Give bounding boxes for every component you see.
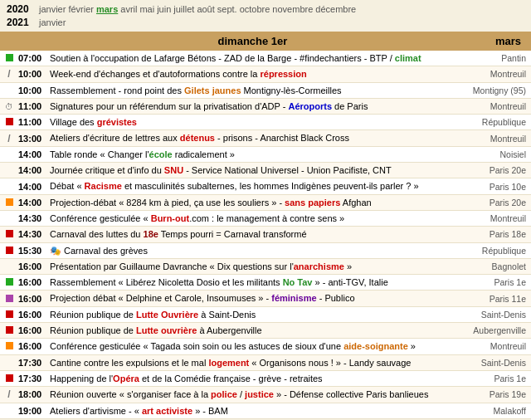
event-indicator [0, 258, 15, 274]
table-row: 14:00Projection-débat « 8284 km à pied, … [0, 194, 531, 210]
event-indicator: / [0, 387, 15, 403]
event-text: Carnaval des luttes du 18e Temps pourri … [46, 227, 440, 242]
event-place: Paris 1e [440, 370, 531, 386]
event-place: Paris 18e [440, 227, 531, 242]
table-row: 17:30Happening de l'Opéra et de la Coméd… [0, 370, 531, 386]
event-text: Rassemblement « Libérez Nicoletta Dosio … [46, 275, 440, 291]
event-text: Table ronde « Changer l'école radicaleme… [46, 146, 440, 162]
event-text: Présentation par Guillaume Davranche « D… [46, 258, 440, 274]
event-place: Montreuil [440, 339, 531, 354]
event-time: 10:00 [15, 66, 46, 82]
table-row: 16:00Présentation par Guillaume Davranch… [0, 258, 531, 274]
year-2021-label: 2021 [7, 17, 36, 28]
event-text: Projection débat « Delphine et Carole, I… [46, 291, 440, 306]
table-row: 14:00Journée critique et d'info du SNU -… [0, 163, 531, 178]
table-row: /10:00Week-end d'échanges et d'autoforma… [0, 66, 531, 82]
event-indicator [0, 178, 15, 194]
event-text: Projection-débat « 8284 km à pied, ça us… [46, 194, 440, 210]
event-time: 19:00 [15, 403, 46, 418]
event-time: 14:00 [15, 163, 46, 178]
event-place: Montreuil [440, 66, 531, 82]
event-indicator [0, 370, 15, 386]
table-row: 14:30Conférence gesticulée « Burn-out.co… [0, 210, 531, 226]
event-indicator [0, 227, 15, 242]
month-janvier[interactable]: janvier [39, 17, 66, 27]
table-row: 16:00Réunion publique de Lutte ouvrière … [0, 323, 531, 339]
event-text: Conférence gesticulée « Burn-out.com : l… [46, 210, 440, 226]
table-row: 17:30Cantine contre les expulsions et le… [0, 354, 531, 370]
month-décembre[interactable]: décembre [315, 4, 356, 14]
event-text: Rassemblement - rond point des Gilets ja… [46, 82, 440, 98]
event-indicator [0, 146, 15, 162]
month-janvier[interactable]: janvier [39, 4, 66, 14]
month-mars[interactable]: mars [96, 4, 118, 14]
event-time: 14:00 [15, 146, 46, 162]
month-juillet[interactable]: juillet [173, 4, 194, 14]
event-place: Montigny (95) [440, 82, 531, 98]
header-bar: dimanche 1er mars [0, 32, 531, 51]
table-row: 19:00Ateliers d'artivisme - « art activi… [0, 403, 531, 418]
event-time: 16:00 [15, 339, 46, 354]
month-mai[interactable]: mai [139, 4, 154, 14]
event-time: 16:00 [15, 258, 46, 274]
month-août[interactable]: août [197, 4, 214, 14]
header-month: mars [495, 35, 521, 47]
event-indicator [0, 194, 15, 210]
table-row: 14:30Carnaval des luttes du 18e Temps po… [0, 227, 531, 242]
event-indicator: / [0, 66, 15, 82]
event-time: 16:00 [15, 291, 46, 306]
event-place: Paris 19e [440, 387, 531, 403]
event-time: 16:00 [15, 275, 46, 291]
event-text: Village des grévistes [46, 115, 440, 130]
header-day: dimanche 1er [10, 35, 495, 47]
table-row: 14:00Table ronde « Changer l'école radic… [0, 146, 531, 162]
event-indicator [0, 323, 15, 339]
event-text: Conférence gesticulée « Tagada soin soin… [46, 339, 440, 354]
event-text: Soutien à l'occupation de Lafarge Bétons… [46, 51, 440, 66]
event-place: Aubergenville [440, 323, 531, 339]
event-place: Saint-Denis [440, 354, 531, 370]
event-place: Paris 10e [440, 178, 531, 194]
month-février[interactable]: février [68, 4, 94, 14]
event-text: Journée critique et d'info du SNU - Serv… [46, 163, 440, 178]
event-place: Saint-Denis [440, 306, 531, 322]
event-text: Réunion publique de Lutte Ouvrière à Sai… [46, 306, 440, 322]
month-sept.[interactable]: sept. [217, 4, 237, 14]
event-place: République [440, 242, 531, 258]
year-2021-row: 2021 janvier [7, 17, 524, 28]
event-time: 16:00 [15, 306, 46, 322]
event-indicator [0, 403, 15, 418]
event-indicator: ⏱ [0, 98, 15, 114]
event-place: Bagnolet [440, 258, 531, 274]
table-row: 11:00Village des grévistesRépublique [0, 115, 531, 130]
table-row: /13:00Ateliers d'écriture de lettres aux… [0, 130, 531, 146]
event-text: Signatures pour un référendum sur la pri… [46, 98, 440, 114]
event-indicator [0, 291, 15, 306]
event-time: 17:30 [15, 370, 46, 386]
event-indicator: / [0, 130, 15, 146]
months-2021: janvier [39, 17, 66, 27]
event-text: Ateliers d'artivisme - « art activiste »… [46, 403, 440, 418]
event-time: 07:00 [15, 51, 46, 66]
event-time: 13:00 [15, 130, 46, 146]
table-row: 16:00Projection débat « Delphine et Caro… [0, 291, 531, 306]
event-place: République [440, 115, 531, 130]
event-time: 17:30 [15, 354, 46, 370]
event-place: Pantin [440, 51, 531, 66]
event-place: Malakoff [440, 403, 531, 418]
event-place: Paris 11e [440, 291, 531, 306]
month-novembre[interactable]: novembre [272, 4, 313, 14]
month-avril[interactable]: avril [120, 4, 137, 14]
event-indicator [0, 163, 15, 178]
event-time: 11:00 [15, 115, 46, 130]
event-indicator [0, 210, 15, 226]
month-juin[interactable]: juin [157, 4, 171, 14]
events-table: 07:00Soutien à l'occupation de Lafarge B… [0, 51, 531, 419]
table-row: 15:30🎭 Carnaval des grèvesRépublique [0, 242, 531, 258]
event-indicator [0, 82, 15, 98]
month-octobre[interactable]: octobre [240, 4, 270, 14]
event-time: 11:00 [15, 98, 46, 114]
event-indicator [0, 242, 15, 258]
event-indicator [0, 115, 15, 130]
event-place: Paris 20e [440, 194, 531, 210]
